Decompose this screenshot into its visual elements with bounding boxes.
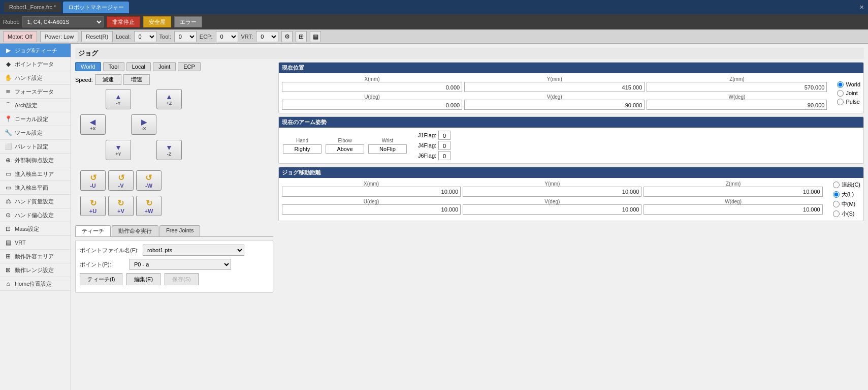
j4-flag-row: J4Flag: 0 [418,141,451,150]
radio-medium[interactable]: 中(M) [833,200,860,208]
sidebar-item-point-data-label: ポイントデータ [15,61,54,68]
j1-flag-row: J1Flag: 0 [418,131,451,140]
vrt-select[interactable]: 0 [256,31,278,42]
coord-tabs: World Tool Local Joint ECP [75,62,273,71]
coord-tab-ecp[interactable]: ECP [178,62,201,71]
sidebar-item-entry-exit-plane[interactable]: ▭ 進入検出平面 [0,181,71,195]
dist-y-input[interactable] [463,187,641,197]
point-label: ポイント(P): [80,261,125,268]
radio-world[interactable]: World [837,81,860,88]
local-select[interactable]: 0 [134,31,156,42]
speed-decrease-button[interactable]: 減速 [95,74,121,85]
ecp-select[interactable]: 0 [216,31,238,42]
jog-pos-v-button[interactable]: ↻+V [108,196,134,216]
error-button[interactable]: エラー [174,16,202,27]
sidebar-item-external-control-label: 外部制御点設定 [15,157,54,164]
radio-small-input[interactable] [833,211,840,217]
teach-tab-motion[interactable]: 動作命令実行 [112,225,158,236]
dist-w-input[interactable] [644,204,822,215]
hand-posture: Hand Righty [282,138,323,154]
dist-v-input[interactable] [463,204,641,215]
radio-pulse-input[interactable] [837,99,844,105]
coord-tab-world[interactable]: World [75,62,101,71]
jog-neg-v-button[interactable]: ↺-V [108,170,134,191]
hand-label: Hand [296,138,308,143]
point-select[interactable]: P0 - a [130,259,231,270]
sidebar-item-pallet-settings-label: パレット設定 [15,143,48,151]
jog-neg-y-button[interactable]: ▲-Y [106,89,131,109]
safety-fence-button[interactable]: 安全屋 [143,16,171,27]
jog-distance-values: X(mm) Y(mm) Z(mm) [282,181,823,218]
radio-continuous-input[interactable] [833,182,840,188]
sidebar-item-external-control[interactable]: ⊕ 外部制御点設定 [0,154,71,167]
sidebar-item-pallet-settings[interactable]: ⬜ パレット設定 [0,140,71,154]
coord-tab-tool[interactable]: Tool [103,62,124,71]
dist-x-input[interactable] [282,187,461,197]
speed-increase-button[interactable]: 増速 [123,74,150,85]
robot-select[interactable]: 1, C4, C4-A601S [22,16,104,27]
jog-pos-z-button[interactable]: ▲+Z [156,89,182,109]
arm-posture-content: Hand Righty Elbow Above Wrist NoFlip [282,131,860,160]
coord-tab-joint[interactable]: Joint [153,62,176,71]
dist-z-input[interactable] [644,187,822,197]
sidebar-item-tool-settings[interactable]: 🔧 ツール設定 [0,126,71,140]
title-tab-robotmanager[interactable]: ロボットマネージャー [63,2,129,13]
radio-continuous[interactable]: 連続(C) [833,181,860,189]
radio-large-input[interactable] [833,191,840,198]
settings-icon3[interactable]: ▦ [310,31,321,42]
jog-neg-w-button[interactable]: ↺-W [136,170,162,191]
right-column: 現在位置 X(mm) 0.000 Y(mm) 415.000 [278,62,864,293]
jog-pos-x-button[interactable]: ◀+X [80,114,106,135]
point-file-select[interactable]: robot1.pts [143,245,244,256]
v-value: -90.000 [464,100,645,110]
radio-joint[interactable]: Joint [837,90,860,97]
jog-pos-y-button[interactable]: ▼+Y [106,140,131,160]
jog-neg-u-button[interactable]: ↺-U [80,170,106,191]
power-button[interactable]: Power: Low [40,31,78,42]
sidebar-item-force-data[interactable]: ≋ フォースデータ [0,85,71,99]
motor-button[interactable]: Motor: Off [3,31,37,42]
teach-button[interactable]: ティーチ(I) [80,273,122,285]
save-button[interactable]: 保存(S) [165,273,199,285]
teach-tab-teach[interactable]: ティーチ [75,225,111,236]
sidebar-item-motion-range[interactable]: ⊠ 動作レンジ設定 [0,263,71,277]
coord-tab-local[interactable]: Local [126,62,151,71]
settings-icon1[interactable]: ⚙ [281,31,293,42]
close-icon[interactable]: ✕ [859,4,864,11]
teach-tab-freejoints[interactable]: Free Joints [159,225,200,236]
sidebar-item-vrt[interactable]: ▤ VRT [0,236,71,250]
sidebar-item-motion-tolerance[interactable]: ⊞ 動作許容エリア [0,250,71,263]
sidebar-item-entry-exit-area[interactable]: ▭ 進入検出エリア [0,167,71,181]
radio-small[interactable]: 小(S) [833,210,860,218]
edit-button[interactable]: 編集(E) [126,273,160,285]
j6-flag-row: J6Flag: 0 [418,151,451,160]
radio-pulse[interactable]: Pulse [837,99,860,105]
sidebar-item-arch-settings[interactable]: ⌒ Arch設定 [0,99,71,112]
emergency-stop-button[interactable]: 非常停止 [107,16,140,27]
dist-y-label: Y(mm) [463,181,641,187]
reset-button[interactable]: Reset(R) [81,31,113,42]
sidebar-item-home-position[interactable]: ⌂ Home位置設定 [0,277,71,291]
tool-select[interactable]: 0 [174,31,197,42]
sidebar-item-local-settings[interactable]: 📍 ローカル設定 [0,112,71,126]
jog-distance-content: X(mm) Y(mm) Z(mm) [282,181,860,218]
title-tab-robot1[interactable]: Robot1_Force.frc * [4,2,61,12]
radio-world-input[interactable] [837,81,844,88]
hand-value: Righty [283,144,322,154]
radio-large[interactable]: 大(L) [833,191,860,198]
dist-u-input[interactable] [282,204,461,215]
jog-pos-w-button[interactable]: ↻+W [136,196,162,216]
jog-neg-z-button[interactable]: ▼-Z [156,140,182,160]
radio-joint-input[interactable] [837,90,844,97]
u-field: U(deg) 0.000 [282,94,462,110]
jog-neg-x-button[interactable]: ▶-X [131,114,156,135]
sidebar-item-hand-eccentric[interactable]: ⊙ ハンド偏心設定 [0,208,71,222]
settings-icon2[interactable]: ⊞ [296,31,307,42]
sidebar-item-point-data[interactable]: ◆ ポイントデータ [0,57,71,71]
sidebar-item-jog-teach[interactable]: ▶ ジョグ&ティーチ [0,44,71,57]
sidebar-item-mass-settings[interactable]: ⊡ Mass設定 [0,222,71,236]
jog-pos-u-button[interactable]: ↻+U [80,196,106,216]
sidebar-item-hand-settings[interactable]: ✋ ハンド設定 [0,71,71,85]
radio-medium-input[interactable] [833,201,840,207]
sidebar-item-hand-mass[interactable]: ⚖ ハンド質量設定 [0,195,71,208]
